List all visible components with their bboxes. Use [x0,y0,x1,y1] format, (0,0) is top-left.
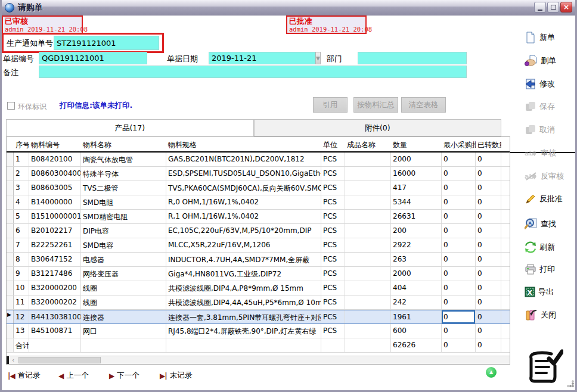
cell-min_batch[interactable]: 0 [442,295,476,309]
cell-product[interactable] [345,195,391,209]
cell-qty[interactable]: 2000 [391,267,442,281]
cell-product[interactable] [345,267,391,281]
cell-name[interactable]: 线圈 [81,295,166,309]
chevron-down-icon[interactable]: ▼ [315,52,321,64]
sidebar-button-查找[interactable]: A查找 [525,217,556,231]
cell-qty[interactable]: 2922 [391,238,442,252]
maximize-button[interactable] [547,2,559,13]
department-input[interactable] [358,52,467,64]
cell-name[interactable]: SMD精密电阻 [81,210,166,223]
table-row[interactable]: 7B22252261SMD电容MLCC,X5R,22uF/16V,M,1206P… [7,238,510,253]
cell-qty[interactable]: 242 [391,295,442,309]
cell-min_batch[interactable]: 0 [442,153,476,166]
cell-name[interactable]: TVS二极管 [81,181,166,195]
go-top-icon[interactable]: ▲ [486,367,497,378]
cell-name[interactable]: 电感器 [81,253,166,266]
cell-product[interactable] [345,281,391,295]
cell-code[interactable]: B14000000 [29,195,81,209]
row-marker-cell[interactable] [7,253,14,266]
sidebar-button-打印[interactable]: 打印 [525,262,555,276]
cell-converted[interactable]: 0 [476,295,501,309]
row-marker-cell[interactable] [7,181,14,195]
sidebar-button-关闭[interactable]: 关闭 [525,308,556,322]
cell-min_batch[interactable]: 0 [442,267,476,281]
col-header-qty[interactable]: 数量 [391,137,442,151]
cell-name[interactable]: 连接器 [81,310,166,323]
cell-min_batch[interactable]: 0 [442,238,476,252]
cell-no[interactable]: 12 [14,310,29,323]
cell-min_batch[interactable]: 0 [442,310,476,323]
row-marker-cell[interactable] [7,210,14,223]
scrollbar-thumb[interactable] [18,357,101,363]
cell-converted[interactable]: 0 [476,167,501,181]
cell-converted[interactable]: 0 [476,281,501,295]
nav-prev-button[interactable]: ◀上一个 [58,371,89,381]
cell-min_batch[interactable]: 0 [442,281,476,295]
scroll-left-icon[interactable]: ‹ [9,356,17,364]
cell-spec[interactable]: 共模滤波线圈,DIP4,4A,45uH,P5*6mm,Ø 10mm [166,295,321,309]
cell-code[interactable]: B20102217 [29,224,81,238]
table-row[interactable]: 5B1510000001SMD精密电阻R,1 OHM,1/16W,1%,0402… [7,210,510,224]
cell-unit[interactable]: PCS [321,324,345,338]
cell-code[interactable]: B22252261 [29,238,81,252]
cell-min_batch[interactable]: 0 [442,253,476,266]
cell-converted[interactable]: 0 [476,181,501,195]
cell-qty[interactable]: 1961 [391,310,442,323]
cell-qty[interactable]: 417 [391,181,442,195]
table-row[interactable]: 9B31217486网络变压器Giga*4,HN8011VG,工业级,DIP72… [7,267,510,281]
cell-no[interactable]: 7 [14,238,29,252]
cell-qty[interactable]: 2000 [391,153,442,166]
sidebar-button-删单[interactable]: 删单 [525,54,556,68]
cell-product[interactable] [345,324,391,338]
cell-name[interactable]: DIP电容 [81,224,166,238]
doc-date-input[interactable] [209,52,315,64]
cell-unit[interactable]: PCS [321,210,345,223]
row-marker-cell[interactable] [7,281,14,295]
cell-name[interactable]: SMD电阻 [81,195,166,209]
cell-code[interactable]: B1510000001 [29,210,81,223]
nav-first-button[interactable]: |◀首记录 [8,371,40,381]
cell-converted[interactable]: 0 [476,153,501,166]
cell-spec[interactable]: TVS,PKA60CA(SMDJ60CA),反向关断60V,SMC(D [166,181,321,195]
row-marker-cell[interactable] [7,324,14,338]
cell-name[interactable]: 线圈 [81,281,166,295]
row-marker-cell[interactable] [7,267,14,281]
cell-converted[interactable]: 0 [476,267,501,281]
cell-code[interactable]: B31217486 [29,267,81,281]
cell-unit[interactable]: PCS [321,310,345,323]
cell-name[interactable]: 特殊半导体 [81,167,166,181]
cell-code[interactable]: B08420100 [29,153,81,166]
table-row[interactable]: 4B14000000SMD电阻R,0 OHM,1/16W,1%,0402PCS5… [7,195,510,210]
cell-no[interactable]: 8 [14,253,29,266]
cell-name[interactable]: SMD电容 [81,238,166,252]
sidebar-button-新单[interactable]: 新单 [525,30,555,45]
cell-spec[interactable]: GAS,BC201N(BTC201N),DC200V,1812 [166,153,321,166]
cell-code[interactable]: B30647152 [29,253,81,266]
cell-converted[interactable]: 0 [476,224,501,238]
title-bar[interactable]: 请购单 × [2,0,575,15]
cell-spec[interactable]: ESD,SPSEMI,TUSD05L4U_DSON10,GigaEth-4 [166,167,321,181]
cell-name[interactable]: 陶瓷气体放电管 [81,153,166,166]
cell-qty[interactable]: 26631 [391,210,442,223]
cell-unit[interactable]: PCS [321,167,345,181]
cell-no[interactable]: 5 [14,210,29,223]
cell-unit[interactable]: PCS [321,224,345,238]
cell-code[interactable]: B4413038100 [29,310,81,323]
cell-unit[interactable]: PCS [321,238,345,252]
cell-no[interactable]: 3 [14,181,29,195]
cell-qty[interactable]: 404 [391,281,442,295]
col-header-converted[interactable]: 已转数量 [476,137,501,151]
cell-product[interactable] [345,310,391,323]
cell-converted[interactable]: 0 [476,238,501,252]
cell-product[interactable] [345,253,391,266]
cell-min_batch[interactable]: 0 [442,167,476,181]
table-row[interactable]: 8B30647152电感器INDUCTOR,4.7UH,4A,SMD7*7MM,… [7,253,510,267]
cell-spec[interactable]: EC,105C,220uF/63V,M,P5/10*20mm,DIP [166,224,321,238]
cell-product[interactable] [345,181,391,195]
cell-spec[interactable]: R,0 OHM,1/16W,1%,0402 [166,195,321,209]
cell-qty[interactable]: 5344 [391,195,442,209]
table-row[interactable]: 13B45100871网口RJ45,8端口2*4,屏蔽铁壳,90°,DIP,灯左… [7,324,510,338]
summarize-by-material-button[interactable]: 按物料汇总 [353,97,398,113]
cell-name[interactable]: 网络变压器 [81,267,166,281]
cell-converted[interactable]: 0 [476,324,501,338]
